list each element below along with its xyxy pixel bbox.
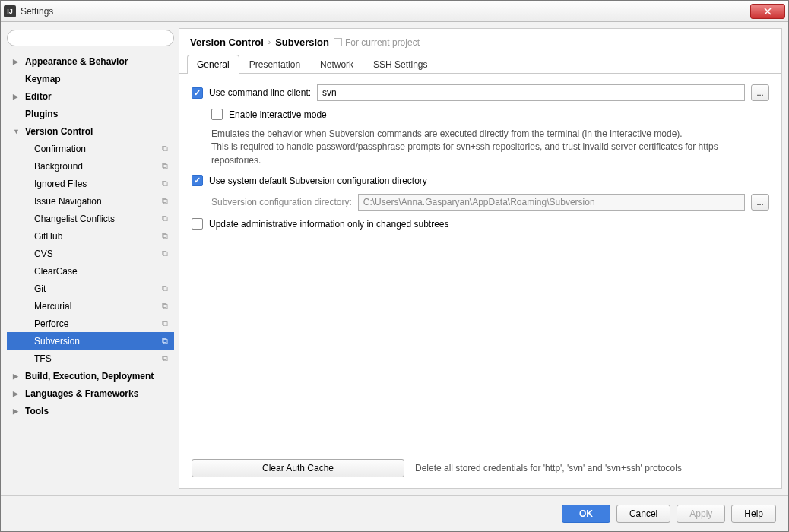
cli-path-input[interactable]	[317, 84, 745, 101]
use-cli-checkbox[interactable]	[192, 87, 203, 99]
project-scope-icon: ⧉	[162, 179, 168, 188]
config-dir-label: Subversion configuration directory:	[211, 197, 352, 207]
sidebar-item-languages-frameworks[interactable]: ▶Languages & Frameworks	[7, 385, 174, 402]
update-admin-row: Update administrative information only i…	[192, 218, 769, 230]
sidebar-item-label: Plugins	[25, 109, 58, 119]
interactive-description: Emulates the behavior when Subversion co…	[192, 128, 769, 167]
apply-button[interactable]: Apply	[677, 505, 725, 523]
sidebar-item-clearcase[interactable]: ClearCase	[7, 262, 174, 280]
clear-cache-row: Clear Auth Cache Delete all stored crede…	[192, 453, 769, 477]
sidebar-item-version-control[interactable]: ▼Version Control	[7, 122, 174, 140]
chevron-down-icon: ▼	[13, 128, 22, 135]
sidebar-item-label: TFS	[34, 353, 52, 364]
sidebar: ▶Appearance & BehaviorKeymap▶EditorPlugi…	[7, 28, 174, 489]
breadcrumb-parent[interactable]: Version Control	[190, 36, 264, 48]
project-scope-icon: ⧉	[162, 353, 168, 363]
breadcrumb-current: Subversion	[275, 36, 329, 48]
update-admin-checkbox[interactable]	[192, 218, 203, 230]
chevron-right-icon: ▶	[13, 372, 22, 380]
project-scope-icon: ⧉	[162, 336, 168, 346]
use-default-dir-checkbox[interactable]	[192, 175, 203, 186]
project-scope-icon: ⧉	[162, 144, 168, 154]
dialog-button-bar: OK Cancel Apply Help	[1, 495, 788, 531]
sidebar-item-label: Confirmation	[34, 144, 86, 154]
project-scope-badge: For current project	[334, 37, 420, 48]
config-dir-row: Subversion configuration directory: ...	[192, 194, 769, 211]
sidebar-item-label: Mercurial	[34, 301, 71, 312]
sidebar-item-label: Version Control	[25, 126, 93, 137]
tab-general[interactable]: General	[187, 55, 239, 74]
project-scope-icon	[334, 38, 342, 46]
clear-auth-cache-button[interactable]: Clear Auth Cache	[192, 459, 404, 477]
settings-tree: ▶Appearance & BehaviorKeymap▶EditorPlugi…	[7, 52, 174, 489]
sidebar-item-keymap[interactable]: Keymap	[7, 70, 174, 87]
use-default-dir-label: Use system default Subversion configurat…	[209, 176, 427, 186]
sidebar-item-background[interactable]: Background⧉	[7, 157, 174, 175]
sidebar-item-perforce[interactable]: Perforce⧉	[7, 315, 174, 332]
sidebar-item-github[interactable]: GitHub⧉	[7, 227, 174, 245]
interactive-checkbox[interactable]	[211, 109, 223, 120]
close-icon	[764, 8, 772, 15]
cancel-button[interactable]: Cancel	[616, 505, 670, 523]
content-area: ▶Appearance & BehaviorKeymap▶EditorPlugi…	[1, 22, 788, 495]
project-scope-icon: ⧉	[162, 214, 168, 223]
sidebar-item-label: CVS	[34, 249, 53, 259]
sidebar-item-label: Perforce	[34, 318, 68, 329]
sidebar-item-ignored-files[interactable]: Ignored Files⧉	[7, 175, 174, 192]
help-button[interactable]: Help	[731, 505, 776, 523]
project-scope-icon: ⧉	[162, 283, 168, 293]
sidebar-item-mercurial[interactable]: Mercurial⧉	[7, 297, 174, 315]
sidebar-item-changelist-conflicts[interactable]: Changelist Conflicts⧉	[7, 210, 174, 227]
sidebar-item-plugins[interactable]: Plugins	[7, 105, 174, 122]
search-input[interactable]	[7, 30, 174, 46]
sidebar-item-subversion[interactable]: Subversion⧉	[7, 332, 174, 350]
main-panel: Version Control › Subversion For current…	[179, 28, 782, 489]
project-scope-icon: ⧉	[162, 318, 168, 328]
sidebar-item-label: Git	[34, 283, 46, 294]
sidebar-item-issue-navigation[interactable]: Issue Navigation⧉	[7, 192, 174, 210]
chevron-right-icon: ▶	[13, 58, 22, 65]
use-cli-row: Use command line client: ...	[192, 84, 769, 101]
sidebar-item-label: Build, Execution, Deployment	[25, 371, 154, 382]
window-title: Settings	[21, 6, 750, 17]
tab-presentation[interactable]: Presentation	[239, 55, 310, 74]
sidebar-item-tools[interactable]: ▶Tools	[7, 402, 174, 420]
tabs: GeneralPresentationNetworkSSH Settings	[179, 54, 781, 74]
sidebar-item-label: Editor	[25, 91, 52, 102]
use-cli-label: Use command line client:	[209, 87, 311, 98]
tab-ssh-settings[interactable]: SSH Settings	[363, 55, 437, 74]
cli-browse-button[interactable]: ...	[751, 84, 769, 101]
chevron-right-icon: ▶	[13, 93, 22, 100]
ok-button[interactable]: OK	[562, 505, 610, 523]
sidebar-item-label: GitHub	[34, 231, 62, 242]
chevron-right-icon: ›	[268, 38, 271, 46]
settings-window: IJ Settings ▶Appearance & BehaviorKeymap…	[0, 0, 789, 532]
chevron-right-icon: ▶	[13, 407, 22, 415]
chevron-right-icon: ▶	[13, 390, 22, 397]
app-icon: IJ	[4, 5, 16, 17]
sidebar-item-label: Appearance & Behavior	[25, 56, 128, 67]
sidebar-item-label: ClearCase	[34, 266, 78, 277]
sidebar-item-label: Subversion	[34, 336, 80, 347]
tab-network[interactable]: Network	[310, 55, 363, 74]
use-default-dir-row: Use system default Subversion configurat…	[192, 175, 769, 186]
close-button[interactable]	[750, 4, 785, 19]
sidebar-item-editor[interactable]: ▶Editor	[7, 87, 174, 105]
config-dir-browse-button[interactable]: ...	[751, 194, 769, 211]
sidebar-item-tfs[interactable]: TFS⧉	[7, 350, 174, 367]
project-scope-icon: ⧉	[162, 231, 168, 241]
sidebar-item-label: Background	[34, 161, 83, 172]
general-panel: Use command line client: ... Enable inte…	[179, 74, 781, 488]
sidebar-item-build-execution-deployment[interactable]: ▶Build, Execution, Deployment	[7, 367, 174, 385]
panel-spacer	[192, 237, 769, 445]
project-scope-icon: ⧉	[162, 161, 168, 171]
sidebar-item-label: Ignored Files	[34, 179, 87, 189]
update-admin-label: Update administrative information only i…	[209, 219, 449, 230]
sidebar-item-confirmation[interactable]: Confirmation⧉	[7, 140, 174, 157]
sidebar-item-appearance-behavior[interactable]: ▶Appearance & Behavior	[7, 52, 174, 70]
sidebar-item-cvs[interactable]: CVS⧉	[7, 245, 174, 262]
sidebar-item-git[interactable]: Git⧉	[7, 280, 174, 297]
config-dir-input	[358, 194, 745, 211]
sidebar-item-label: Languages & Frameworks	[25, 388, 138, 399]
sidebar-item-label: Tools	[25, 406, 49, 416]
